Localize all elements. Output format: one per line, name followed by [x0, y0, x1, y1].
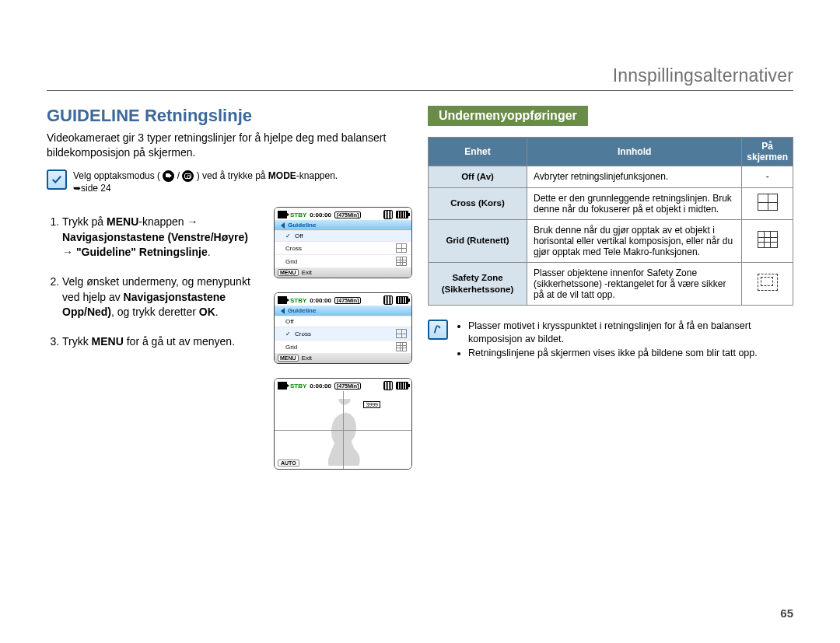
lcd-step1: STBY 0:00:00 [475Min] Guideline	[274, 207, 412, 278]
submenu-title: Undermenyoppføringer	[428, 106, 588, 126]
th-screen: Påskjermen	[742, 138, 793, 166]
step-3: Trykk MENU for å gå ut av menyen.	[62, 334, 257, 350]
th-content: Innhold	[527, 138, 742, 166]
safezone-icon	[758, 274, 778, 291]
check-icon	[285, 330, 291, 337]
lcd-step2: STBY 0:00:00 [475Min] Guideline	[274, 292, 412, 364]
section-title: GUIDELINE Retningslinje	[47, 106, 412, 126]
battery-icon	[396, 211, 408, 218]
sd-icon	[383, 295, 393, 305]
header-rule	[47, 90, 793, 91]
info-note: Plasser motivet i krysspunktet i retning…	[428, 320, 793, 361]
table-row: Off (Av) Avbryter retningslinjefunksjone…	[429, 166, 793, 188]
steps-list: Trykk på MENU-knappen → Navigasjonstaste…	[47, 215, 257, 349]
grid-icon	[758, 231, 778, 248]
mode-note: Velg opptaksmodus ( / ) ved å trykke på …	[47, 169, 412, 195]
auto-badge: AUTO	[278, 460, 299, 467]
table-row: Cross (Kors) Dette er den grunnleggende …	[429, 187, 793, 219]
left-arrow-icon	[278, 308, 285, 314]
info-item: Plasser motivet i krysspunktet i retning…	[468, 320, 793, 347]
cross-icon	[396, 243, 407, 253]
intro-text: Videokameraet gir 3 typer retningslinjer…	[47, 131, 412, 160]
step-1: Trykk på MENU-knappen → Navigasjonstaste…	[62, 215, 257, 260]
step-2: Velg ønsket undermeny, og menypunkt ved …	[62, 274, 257, 320]
table-row: Safety Zone (Sikkerhetssone) Plasser obj…	[429, 262, 793, 305]
grid-icon	[396, 342, 407, 351]
video-mode-icon	[163, 170, 174, 182]
grid-icon	[396, 257, 407, 266]
page-header-title: Innspillingsalternativer	[613, 65, 793, 86]
sd-icon	[383, 381, 393, 390]
table-row: Grid (Rutenett) Bruk denne når du gjør o…	[429, 219, 793, 262]
cross-icon	[758, 194, 778, 211]
check-icon	[47, 169, 67, 190]
video-icon	[278, 211, 287, 218]
submenu-table: Enhet Innhold Påskjermen Off (Av) Avbryt…	[428, 137, 793, 306]
note-icon	[428, 320, 448, 340]
th-item: Enhet	[429, 138, 527, 166]
cross-icon	[396, 329, 407, 338]
info-item: Retningslinjene på skjermen vises ikke p…	[468, 347, 793, 361]
left-arrow-icon	[278, 222, 285, 229]
battery-icon	[396, 296, 408, 304]
page-number: 65	[780, 606, 793, 620]
photo-mode-icon	[182, 170, 194, 182]
mode-note-text: Velg opptaksmodus ( / ) ved å trykke på …	[73, 169, 338, 195]
sd-icon	[383, 210, 393, 219]
lcd-step3: STBY 0:00:00 [475Min] 3999	[274, 378, 412, 470]
battery-icon	[396, 382, 408, 390]
video-icon	[278, 382, 287, 390]
subject-silhouette	[317, 399, 372, 467]
video-icon	[278, 296, 287, 304]
check-icon	[285, 232, 291, 239]
